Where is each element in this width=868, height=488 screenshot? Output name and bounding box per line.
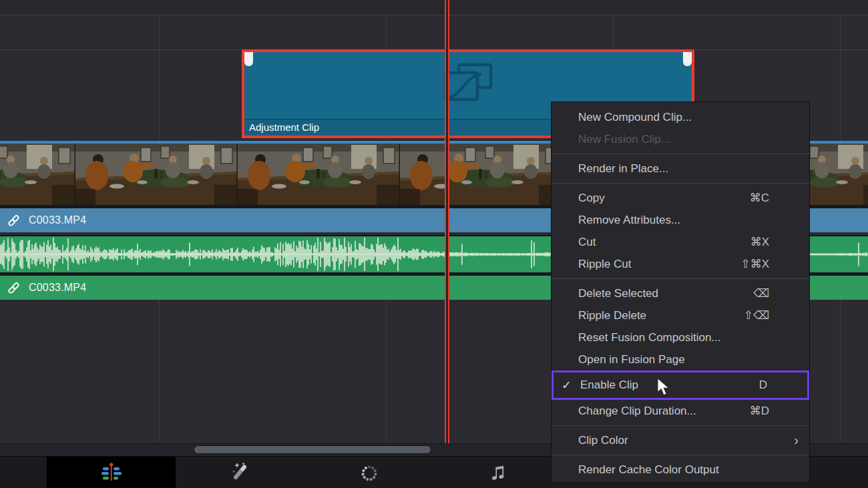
link-icon	[8, 215, 19, 226]
trim-handle-right[interactable]	[683, 52, 692, 66]
audio-clip-name: C0033.MP4	[29, 282, 86, 294]
menu-item-shortcut: ⌘D	[750, 404, 769, 418]
menu-separator	[552, 425, 809, 426]
menu-item-clip-color[interactable]: Clip Color›	[552, 429, 809, 451]
menu-item-label: Delete Selected	[578, 287, 658, 300]
menu-item-label: Remove Attributes...	[578, 214, 680, 227]
tab-effects[interactable]	[304, 457, 433, 488]
menu-item-enable-clip[interactable]: ✓Enable ClipD	[552, 371, 809, 400]
menu-item-render-cache-color-output[interactable]: Render Cache Color Output	[552, 459, 809, 481]
menu-item-label: Render in Place...	[578, 162, 668, 176]
menu-item-shortcut: ⌫	[753, 286, 769, 300]
menu-item-copy[interactable]: Copy⌘C	[552, 187, 809, 209]
menu-item-label: Change Clip Duration...	[578, 405, 696, 418]
tab-audio[interactable]	[433, 457, 562, 488]
menu-item-open-in-fusion-page[interactable]: Open in Fusion Page	[552, 348, 809, 371]
menu-item-label: New Compound Clip...	[578, 111, 692, 124]
timeline-ruler-band	[0, 0, 868, 15]
video-clip-name: C0033.MP4	[29, 214, 86, 226]
menu-item-remove-attributes[interactable]: Remove Attributes...	[552, 209, 809, 231]
submenu-arrow-icon: ›	[794, 433, 799, 448]
menu-item-label: Ripple Cut	[578, 258, 631, 271]
menu-separator	[552, 455, 809, 455]
menu-item-label: Reset Fusion Composition...	[578, 331, 721, 344]
menu-item-shortcut: ⇧⌘X	[740, 257, 769, 271]
menu-item-shortcut: ⇧⌫	[744, 308, 769, 322]
mouse-cursor	[655, 378, 671, 399]
magic-wand-icon	[228, 461, 252, 485]
trim-handle-left[interactable]	[244, 52, 253, 66]
tab-tools[interactable]	[176, 457, 304, 488]
menu-item-shortcut: ⌘C	[750, 191, 769, 205]
menu-item-change-clip-duration[interactable]: Change Clip Duration...⌘D	[552, 400, 809, 422]
menu-item-new-compound-clip[interactable]: New Compound Clip...	[552, 106, 809, 128]
menu-item-cut[interactable]: Cut⌘X	[552, 231, 809, 253]
menu-item-label: Render Cache Color Output	[578, 463, 719, 477]
menu-item-render-in-place[interactable]: Render in Place...	[552, 158, 809, 180]
menu-item-shortcut: ⌘X	[750, 235, 769, 249]
video-editor-timeline: C0033.MP4 C0033.MP4	[0, 0, 868, 488]
menu-item-label: Open in Fusion Page	[578, 353, 685, 367]
checkmark-icon: ✓	[562, 378, 572, 393]
menu-item-reset-fusion-composition[interactable]: Reset Fusion Composition...	[552, 326, 809, 348]
menu-item-label: Ripple Delete	[578, 309, 646, 322]
menu-item-label: Enable Clip	[580, 379, 638, 392]
timeline-icon	[99, 461, 124, 485]
playhead[interactable]	[445, 0, 449, 443]
adjustment-clip-icon	[441, 63, 495, 108]
menu-item-label: Copy	[578, 192, 605, 205]
menu-separator	[552, 154, 809, 154]
menu-item-ripple-delete[interactable]: Ripple Delete⇧⌫	[552, 304, 809, 326]
menu-item-new-fusion-clip: New Fusion Clip...	[552, 128, 809, 150]
timeline-scrollbar[interactable]	[194, 445, 431, 454]
adjustment-clip-name: Adjustment Clip	[249, 121, 319, 133]
menu-item-shortcut: D	[759, 379, 767, 392]
menu-item-delete-selected[interactable]: Delete Selected⌫	[552, 282, 809, 304]
tab-timeline[interactable]	[47, 457, 176, 488]
menu-separator	[552, 278, 809, 279]
effects-dots-icon	[357, 461, 381, 485]
link-icon	[8, 282, 19, 294]
menu-item-ripple-cut[interactable]: Ripple Cut⇧⌘X	[552, 253, 809, 275]
clip-context-menu: New Compound Clip...New Fusion Clip...Re…	[551, 101, 810, 483]
menu-separator	[552, 183, 809, 184]
menu-item-label: Clip Color	[578, 434, 628, 447]
menu-item-label: New Fusion Clip...	[578, 133, 670, 146]
menu-item-label: Cut	[578, 236, 596, 249]
music-note-icon	[486, 461, 510, 485]
